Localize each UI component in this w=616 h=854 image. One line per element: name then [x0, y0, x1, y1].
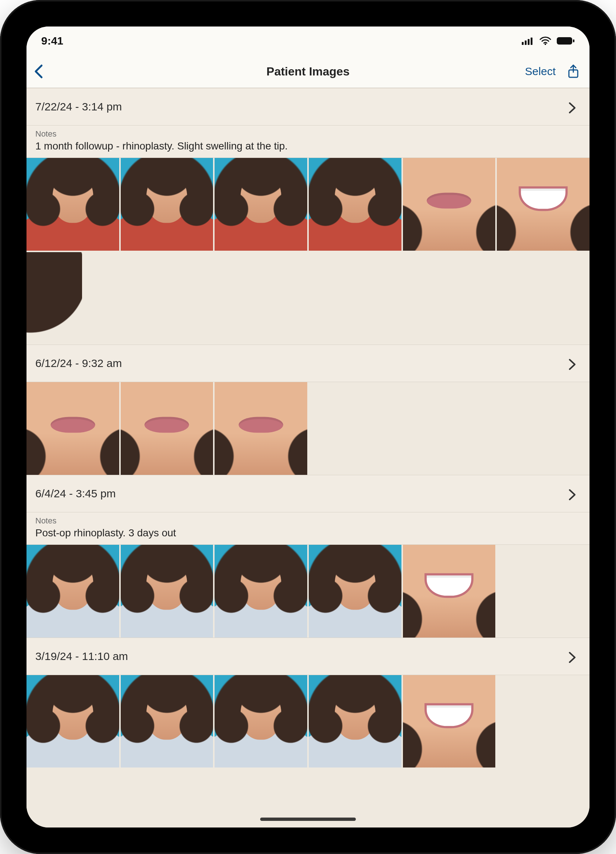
- session-header[interactable]: 7/22/24 - 3:14 pm: [26, 88, 590, 125]
- image-thumbnail[interactable]: [309, 158, 401, 251]
- session-timestamp: 3/19/24 - 11:10 am: [35, 650, 128, 663]
- image-thumbnail[interactable]: [26, 545, 119, 637]
- back-button[interactable]: [30, 60, 46, 82]
- session-timestamp: 6/4/24 - 3:45 pm: [35, 487, 116, 500]
- svg-rect-0: [522, 42, 524, 45]
- cellular-icon: [522, 37, 534, 45]
- thumbnail-grid: [26, 158, 590, 345]
- image-thumbnail[interactable]: [309, 545, 401, 637]
- image-thumbnail[interactable]: [215, 382, 307, 475]
- svg-rect-5: [557, 37, 572, 44]
- battery-icon: [557, 37, 575, 45]
- notes-text: Post-op rhinoplasty. 3 days out: [35, 526, 581, 539]
- image-thumbnail[interactable]: [26, 675, 119, 768]
- image-thumbnail[interactable]: [26, 252, 119, 345]
- content-scroll[interactable]: 7/22/24 - 3:14 pmNotes1 month followup -…: [26, 88, 590, 828]
- session-timestamp: 7/22/24 - 3:14 pm: [35, 101, 122, 113]
- image-thumbnail[interactable]: [403, 545, 496, 637]
- image-thumbnail[interactable]: [403, 675, 496, 768]
- wifi-icon: [540, 37, 551, 45]
- image-thumbnail[interactable]: [121, 675, 213, 768]
- ipad-device-frame: 9:41 Patient Images: [0, 0, 616, 854]
- image-thumbnail[interactable]: [403, 158, 496, 251]
- thumbnail-grid: [26, 545, 590, 637]
- screen: 9:41 Patient Images: [26, 26, 590, 828]
- session-header[interactable]: 6/12/24 - 9:32 am: [26, 345, 590, 382]
- svg-rect-6: [573, 40, 575, 42]
- session-notes: Notes1 month followup - rhinoplasty. Sli…: [26, 125, 590, 158]
- session-timestamp: 6/12/24 - 9:32 am: [35, 357, 122, 369]
- image-thumbnail[interactable]: [121, 158, 213, 251]
- notes-label: Notes: [35, 516, 581, 526]
- svg-rect-1: [525, 41, 527, 45]
- image-thumbnail[interactable]: [215, 545, 307, 637]
- svg-rect-3: [531, 38, 532, 45]
- image-thumbnail[interactable]: [215, 158, 307, 251]
- home-indicator: [260, 817, 356, 821]
- image-thumbnail[interactable]: [215, 675, 307, 768]
- page-title: Patient Images: [26, 65, 590, 78]
- session-header[interactable]: 6/4/24 - 3:45 pm: [26, 475, 590, 512]
- chevron-right-icon: [568, 358, 578, 369]
- status-bar: 9:41: [26, 26, 590, 55]
- image-thumbnail[interactable]: [26, 158, 119, 251]
- svg-rect-2: [528, 39, 529, 45]
- status-time: 9:41: [41, 35, 63, 47]
- thumbnail-grid: [26, 382, 590, 475]
- image-thumbnail[interactable]: [121, 382, 213, 475]
- status-right-cluster: [522, 37, 575, 45]
- notes-label: Notes: [35, 129, 581, 139]
- share-button[interactable]: [565, 63, 581, 79]
- image-thumbnail[interactable]: [497, 158, 590, 251]
- image-thumbnail[interactable]: [121, 545, 213, 637]
- svg-point-4: [544, 43, 546, 45]
- select-button[interactable]: Select: [523, 62, 558, 81]
- chevron-right-icon: [568, 102, 578, 112]
- chevron-right-icon: [568, 651, 578, 662]
- notes-text: 1 month followup - rhinoplasty. Slight s…: [35, 140, 581, 152]
- session-header[interactable]: 3/19/24 - 11:10 am: [26, 637, 590, 675]
- thumbnail-grid: [26, 675, 590, 768]
- image-thumbnail[interactable]: [26, 382, 119, 475]
- session-notes: NotesPost-op rhinoplasty. 3 days out: [26, 512, 590, 545]
- image-thumbnail[interactable]: [309, 675, 401, 768]
- nav-bar: Patient Images Select: [26, 55, 590, 88]
- chevron-right-icon: [568, 488, 578, 499]
